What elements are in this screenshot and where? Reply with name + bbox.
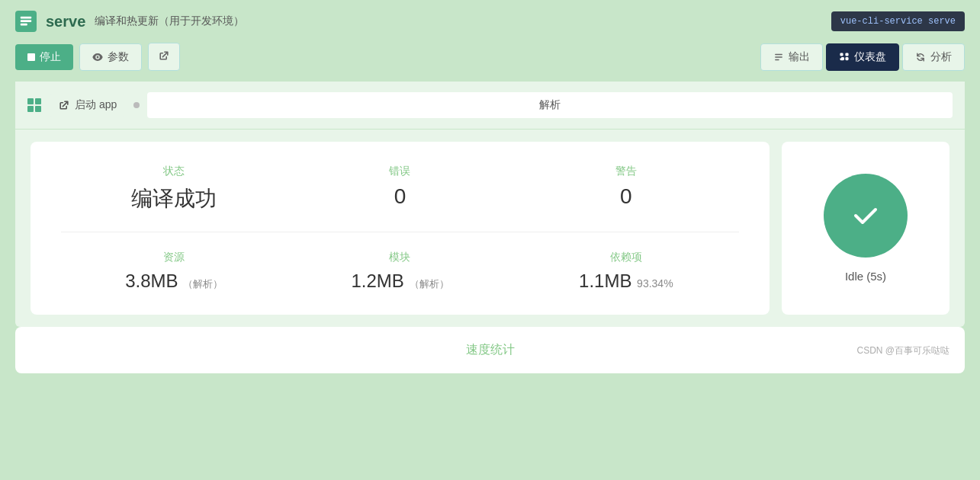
header-left: serve 编译和热更新（用于开发环境） (15, 11, 244, 32)
output-tab-button[interactable]: 输出 (760, 43, 823, 71)
analysis-label: 分析 (930, 50, 952, 64)
output-label: 输出 (789, 50, 810, 64)
external-link-icon (158, 50, 170, 62)
serve-icon (15, 11, 37, 32)
errors-label: 错误 (287, 165, 512, 178)
speed-stats-title: 速度统计 (337, 342, 644, 358)
dashboard-label: 仪表盘 (854, 50, 886, 64)
svg-rect-0 (21, 17, 31, 19)
dashboard-tab-button[interactable]: 仪表盘 (826, 43, 899, 71)
deps-label: 依赖项 (513, 251, 739, 264)
errors-value: 0 (287, 184, 512, 209)
toolbar-left: 停止 参数 (15, 43, 180, 71)
warnings-label: 警告 (513, 165, 739, 178)
warnings-value: 0 (513, 184, 739, 209)
resources-sub: （解析） (183, 278, 223, 290)
stats-divider (61, 232, 739, 232)
deps-stat: 依赖项 1.1MB 93.34% (513, 251, 739, 292)
status-value: 编译成功 (61, 184, 287, 213)
main-content: 启动 app 解析 状态 编译成功 错误 0 警告 0 (15, 82, 965, 327)
toolbar-right: 输出 仪表盘 分析 (760, 43, 965, 71)
modules-label: 模块 (287, 251, 512, 264)
stop-icon (27, 53, 35, 61)
params-button[interactable]: 参数 (79, 43, 142, 71)
panels-row: 状态 编译成功 错误 0 警告 0 资源 3.8MB (15, 130, 965, 327)
success-circle (824, 174, 908, 258)
resources-value: 3.8MB （解析） (61, 270, 287, 292)
svg-rect-1 (21, 20, 31, 22)
gear-icon (92, 52, 103, 62)
csdn-attribution: CSDN @百事可乐哒哒 (856, 345, 949, 356)
serve-description: 编译和热更新（用于开发环境） (95, 14, 244, 28)
status-circle-panel: Idle (5s) (782, 142, 949, 315)
header: serve 编译和热更新（用于开发环境） vue-cli-service ser… (0, 0, 980, 43)
stop-label: 停止 (40, 50, 61, 64)
tabs-bar: 启动 app 解析 (15, 82, 965, 130)
output-icon (773, 52, 784, 62)
command-label: vue-cli-service serve (831, 11, 965, 31)
deps-value: 1.1MB 93.34% (513, 270, 739, 292)
launch-icon (58, 99, 70, 111)
params-label: 参数 (108, 50, 129, 64)
open-button[interactable] (148, 43, 180, 71)
stop-button[interactable]: 停止 (15, 44, 73, 70)
status-stat: 状态 编译成功 (61, 165, 287, 213)
launch-app-label: 启动 app (75, 98, 117, 112)
resources-label: 资源 (61, 251, 287, 264)
deps-percent: 93.34% (637, 277, 673, 290)
stats-grid-2: 资源 3.8MB （解析） 模块 1.2MB （解析） 依赖项 (61, 251, 739, 292)
analysis-icon (915, 52, 926, 62)
checkmark-icon (847, 197, 885, 235)
modules-value: 1.2MB （解析） (287, 270, 512, 292)
modules-stat: 模块 1.2MB （解析） (287, 251, 512, 292)
analysis-tab-button[interactable]: 分析 (902, 43, 965, 71)
grid-icon (27, 98, 41, 112)
idle-label: Idle (5s) (845, 270, 886, 283)
dashboard-icon (839, 52, 850, 62)
launch-app-tab[interactable]: 启动 app (49, 94, 126, 117)
toolbar: 停止 参数 输出 仪表盘 (0, 43, 980, 82)
svg-rect-2 (21, 24, 27, 26)
bottom-section: 速度统计 CSDN @百事可乐哒哒 (15, 327, 965, 373)
analysis-tab-content: 解析 (147, 92, 953, 118)
resources-stat: 资源 3.8MB （解析） (61, 251, 287, 292)
warnings-stat: 警告 0 (513, 165, 739, 213)
main-stats-panel: 状态 编译成功 错误 0 警告 0 资源 3.8MB (31, 142, 770, 315)
serve-title: serve (46, 13, 85, 30)
modules-sub: （解析） (410, 278, 449, 290)
tab-dot (133, 102, 140, 108)
status-label: 状态 (61, 165, 287, 178)
stats-grid: 状态 编译成功 错误 0 警告 0 (61, 165, 739, 213)
errors-stat: 错误 0 (287, 165, 512, 213)
